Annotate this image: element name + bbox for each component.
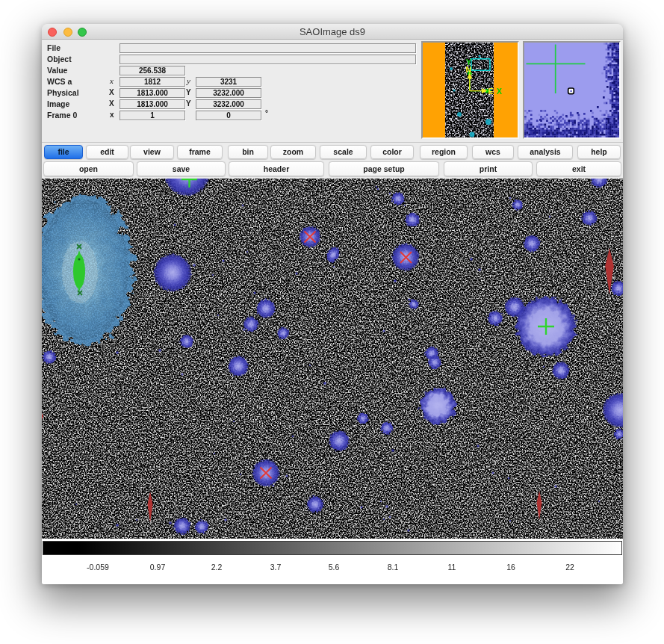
svg-text:E: E bbox=[488, 87, 494, 96]
svg-text:X: X bbox=[497, 87, 502, 96]
svg-text:N: N bbox=[466, 65, 472, 74]
